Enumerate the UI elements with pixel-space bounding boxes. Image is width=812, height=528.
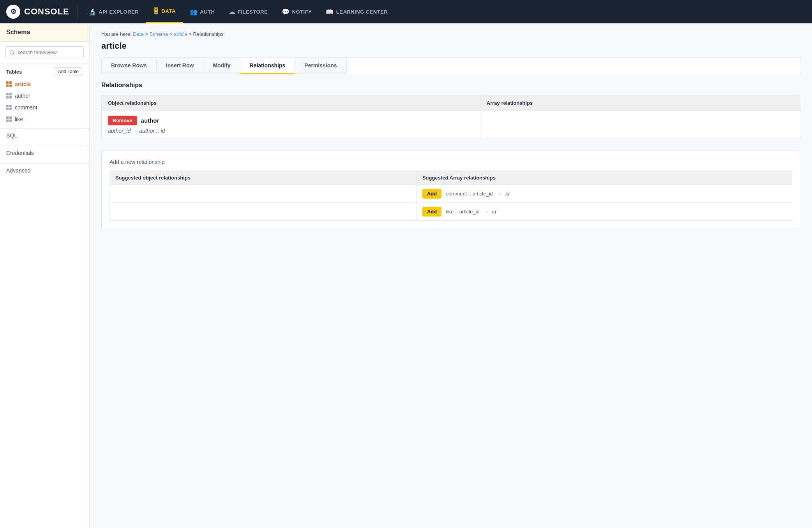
nav-item-filestore[interactable]: ☁ FILESTORE [222, 0, 275, 23]
sidebar-item-author[interactable]: author [0, 90, 89, 102]
nav-label-data: DATA [162, 8, 176, 14]
add-comment-rel-button[interactable]: Add [422, 189, 441, 199]
table-list: article author comment like [0, 78, 89, 125]
nav-item-notify[interactable]: 💬 NOTIFY [275, 0, 319, 23]
breadcrumb-schema-link[interactable]: Schema [150, 31, 168, 37]
main-content: You are here: Data > Schema > article > … [90, 23, 812, 528]
new-relationship-box: Add a new relationship Suggested object … [101, 151, 800, 229]
table-grid-icon-author [6, 93, 12, 99]
search-input[interactable] [5, 46, 84, 58]
breadcrumb-prefix: You are here: [101, 31, 133, 37]
table-label-like: like [15, 116, 23, 122]
new-rel-title: Add a new relationship [109, 159, 792, 165]
logo-icon: ⚙ [6, 5, 20, 19]
rel-mapping-author: author_id → author :: id [108, 128, 474, 134]
tables-section-header: Tables Add Table [0, 63, 89, 78]
table-label-author: author [15, 93, 30, 99]
breadcrumb: You are here: Data > Schema > article > … [101, 31, 800, 37]
add-like-rel-button[interactable]: Add [422, 207, 441, 216]
nav-label-learning-center: LEARNING CENTER [336, 9, 388, 15]
page-title: article [101, 41, 800, 51]
logo[interactable]: ⚙ CONSOLE [6, 5, 78, 19]
tab-permissions[interactable]: Permissions [295, 58, 346, 74]
suggest-target-comment: id [505, 191, 509, 197]
data-icon: 🗄 [153, 8, 159, 15]
suggest-mapping-like: like :: article_id [446, 209, 480, 215]
advanced-label: Advanced [6, 167, 30, 174]
sidebar-item-comment[interactable]: comment [0, 102, 89, 113]
suggest-mapping-comment: comment :: article_id [446, 191, 493, 197]
sidebar-item-credentials[interactable]: Credentials [0, 146, 89, 160]
array-rel-header: Array relationships [480, 95, 800, 111]
suggest-array-like: Add like :: article_id → id [417, 203, 792, 221]
section-title: Relationships [101, 82, 800, 89]
auth-icon: 👥 [190, 8, 198, 16]
filestore-icon: ☁ [229, 8, 235, 16]
suggested-relationships-table: Suggested object relationships Suggested… [109, 171, 792, 221]
mapping-arrow: → [132, 128, 139, 134]
object-rel-cell: Remove author author_id → author :: id [102, 111, 480, 139]
tab-browse-rows[interactable]: Browse Rows [102, 58, 157, 74]
tabs: Browse Rows Insert Row Modify Relationsh… [101, 57, 800, 74]
nav-label-notify: NOTIFY [292, 9, 312, 15]
suggest-target-like: id [492, 209, 496, 215]
learning-center-icon: 📖 [326, 8, 334, 16]
nav-item-data[interactable]: 🗄 DATA [146, 0, 183, 23]
sidebar-item-advanced[interactable]: Advanced [0, 163, 89, 178]
suggest-object-empty-2 [110, 203, 417, 221]
header: ⚙ CONSOLE 🔬 API EXPLORER 🗄 DATA 👥 AUTH ☁… [0, 0, 812, 23]
remove-author-button[interactable]: Remove [108, 116, 137, 125]
table-label-comment: comment [15, 104, 37, 111]
notify-icon: 💬 [282, 8, 290, 16]
layout: Schema Tables Add Table article author [0, 23, 812, 528]
credentials-label: Credentials [6, 150, 34, 156]
tab-modify[interactable]: Modify [203, 58, 240, 74]
suggest-row-like: Add like :: article_id → id [110, 203, 792, 221]
main-nav: 🔬 API EXPLORER 🗄 DATA 👥 AUTH ☁ FILESTORE… [81, 0, 806, 23]
mapping-from: author_id [108, 128, 131, 134]
breadcrumb-article-link[interactable]: article [174, 31, 187, 37]
breadcrumb-data-link[interactable]: Data [133, 31, 143, 37]
tab-relationships[interactable]: Relationships [240, 58, 295, 74]
mapping-to: author :: id [139, 128, 165, 134]
relationship-row-author: Remove author author_id → author :: id [102, 111, 800, 139]
nav-label-auth: AUTH [200, 9, 215, 15]
table-grid-icon-comment [6, 105, 12, 110]
rel-name-author: author [141, 117, 159, 124]
suggest-arrow-like: → [483, 209, 490, 215]
nav-label-filestore: FILESTORE [238, 9, 268, 15]
sidebar-search-container [0, 42, 89, 63]
table-grid-icon-article [6, 81, 12, 87]
tables-label: Tables [6, 69, 22, 75]
breadcrumb-current: Relationships [193, 31, 224, 37]
tab-insert-row[interactable]: Insert Row [157, 58, 204, 74]
nav-label-api-explorer: API EXPLORER [99, 9, 139, 15]
suggested-array-header: Suggested Array relationships [417, 171, 792, 185]
table-label-article: article [15, 81, 31, 87]
api-explorer-icon: 🔬 [88, 8, 97, 16]
nav-item-auth[interactable]: 👥 AUTH [183, 0, 222, 23]
object-rel-header: Object relationships [102, 95, 480, 111]
app-title: CONSOLE [24, 7, 69, 17]
suggest-object-empty-1 [110, 185, 417, 203]
nav-item-api-explorer[interactable]: 🔬 API EXPLORER [81, 0, 146, 23]
suggest-arrow-comment: → [496, 191, 503, 197]
table-grid-icon-like [6, 116, 12, 122]
sidebar: Schema Tables Add Table article author [0, 23, 90, 528]
array-rel-cell-empty [480, 111, 800, 139]
add-table-button[interactable]: Add Table [54, 67, 83, 76]
sidebar-item-article[interactable]: article [0, 78, 89, 90]
rel-row-top: Remove author [108, 116, 474, 125]
nav-item-learning-center[interactable]: 📖 LEARNING CENTER [319, 0, 395, 23]
sidebar-schema-label: Schema [0, 23, 89, 42]
suggest-row-comment: Add comment :: article_id → id [110, 185, 792, 203]
sidebar-item-sql[interactable]: SQL [0, 128, 89, 143]
relationships-table: Object relationships Array relationships… [101, 95, 800, 139]
suggested-object-header: Suggested object relationships [110, 171, 417, 185]
sidebar-item-like[interactable]: like [0, 113, 89, 125]
suggest-array-comment: Add comment :: article_id → id [417, 185, 792, 203]
sql-label: SQL [6, 132, 17, 139]
